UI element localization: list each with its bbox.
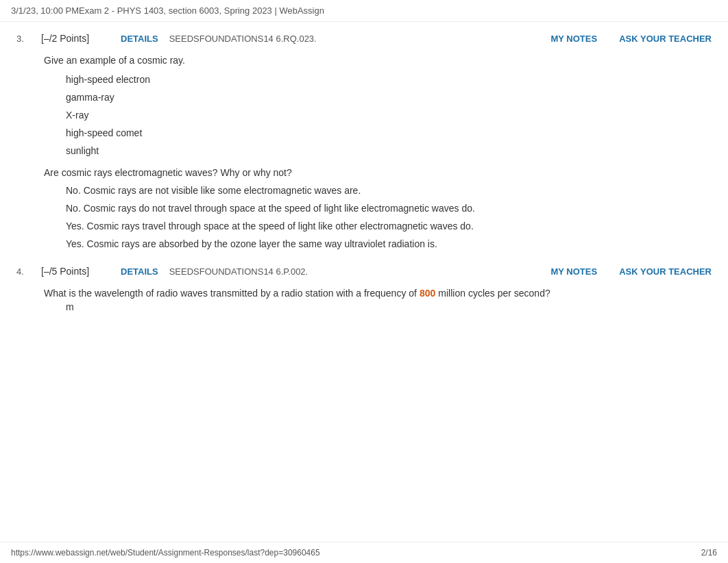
answer-value-4: 800 (420, 288, 435, 299)
main-content: 3. [–/2 Points] DETAILS SEEDSFOUNDATIONS… (0, 22, 728, 340)
seed-code-3: SEEDSFOUNDATIONS14 6.RQ.023. (169, 34, 540, 44)
ask-teacher-link-4[interactable]: ASK YOUR TEACHER (619, 266, 712, 277)
option-3b-2: No. Cosmic rays do not travel through sp… (66, 203, 712, 214)
option-3-4: high-speed comet (66, 127, 712, 138)
question-text-middle: million cycles per second? (438, 288, 550, 299)
page-indicator: 2/16 (701, 548, 717, 558)
question-number-4: 4. (16, 266, 30, 277)
question-header-3: 3. [–/2 Points] DETAILS SEEDSFOUNDATIONS… (16, 33, 712, 44)
top-bar: 3/1/23, 10:00 PM Exam 2 - PHYS 1403, sec… (0, 0, 728, 22)
question-body-3: Give an example of a cosmic ray. high-sp… (44, 55, 712, 249)
option-3-3: X-ray (66, 110, 712, 121)
points-label-3: [–/2 Points] (41, 33, 110, 44)
details-link-4[interactable]: DETAILS (121, 266, 158, 277)
my-notes-link-3[interactable]: MY NOTES (550, 34, 597, 44)
question-text-before: What is the wavelength of radio waves tr… (44, 288, 417, 299)
option-3b-3: Yes. Cosmic rays travel through space at… (66, 221, 712, 232)
question-text-3b: Are cosmic rays electromagnetic waves? W… (44, 167, 712, 178)
option-3-5: sunlight (66, 145, 712, 156)
datetime-label: 3/1/23, 10:00 PM (11, 5, 79, 16)
question-header-4: 4. [–/5 Points] DETAILS SEEDSFOUNDATIONS… (16, 266, 712, 277)
url-label: https://www.webassign.net/web/Student/As… (11, 548, 320, 558)
question-text-3a: Give an example of a cosmic ray. (44, 55, 712, 66)
option-3b-1: No. Cosmic rays are not visible like som… (66, 185, 712, 196)
option-3-2: gamma-ray (66, 92, 712, 103)
points-label-4: [–/5 Points] (41, 266, 110, 277)
option-3b-4: Yes. Cosmic rays are absorbed by the ozo… (66, 238, 712, 249)
my-notes-link-4[interactable]: MY NOTES (550, 266, 597, 277)
page-title: Exam 2 - PHYS 1403, section 6003, Spring… (79, 5, 324, 16)
details-link-3[interactable]: DETAILS (121, 34, 158, 44)
seed-code-4: SEEDSFOUNDATIONS14 6.P.002. (169, 266, 540, 277)
answer-unit-4: m (66, 301, 712, 312)
question-body-4: What is the wavelength of radio waves tr… (44, 288, 712, 312)
ask-teacher-link-3[interactable]: ASK YOUR TEACHER (619, 34, 712, 44)
bottom-bar: https://www.webassign.net/web/Student/As… (0, 542, 728, 563)
question-block-3: 3. [–/2 Points] DETAILS SEEDSFOUNDATIONS… (16, 33, 712, 249)
option-3-1: high-speed electron (66, 74, 712, 85)
question-text-4: What is the wavelength of radio waves tr… (44, 288, 712, 299)
question-block-4: 4. [–/5 Points] DETAILS SEEDSFOUNDATIONS… (16, 266, 712, 312)
question-number-3: 3. (16, 34, 30, 44)
